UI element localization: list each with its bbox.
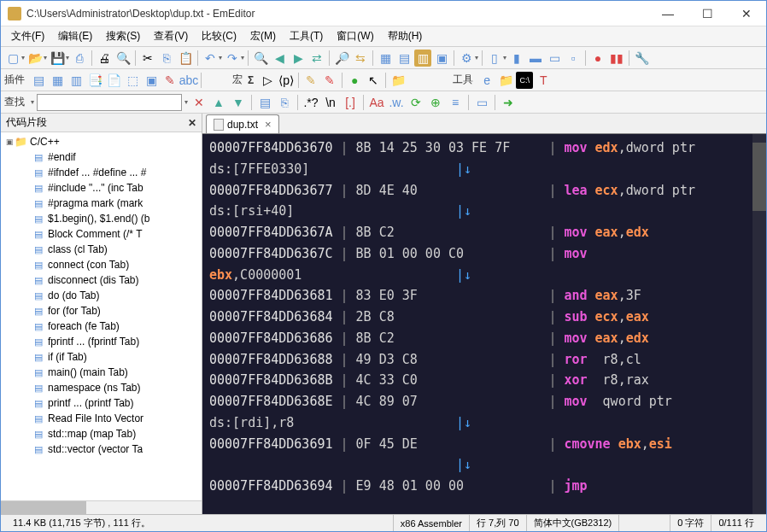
tree-folder[interactable]: ▣ 📁C/C++ [1, 134, 202, 149]
find-case-icon[interactable]: Aa [368, 94, 385, 111]
view-mode-1-icon[interactable]: ▦ [377, 50, 394, 67]
find-input[interactable] [37, 94, 182, 111]
replace-icon[interactable]: ⇄ [308, 50, 325, 67]
tab-dup-txt[interactable]: dup.txt × [206, 114, 279, 133]
column-1-icon[interactable]: ▯ [486, 50, 503, 67]
redo-icon[interactable]: ↷ [224, 50, 241, 67]
code-editor[interactable]: 00007FF84DD63670 | 8B 14 25 30 03 FE 7F … [202, 134, 766, 514]
find-next-icon[interactable]: ▶ [290, 50, 307, 67]
config-icon[interactable]: ⚙ [458, 50, 475, 67]
macro-target-icon[interactable]: ⟨p⟩ [278, 72, 295, 89]
editor-vscroll[interactable] [752, 134, 766, 514]
find-incr-icon[interactable]: ⟳ [407, 94, 424, 111]
stop-icon[interactable]: ▮▮ [608, 50, 625, 67]
sidebar-close-icon[interactable]: ✕ [188, 117, 196, 129]
menu-item[interactable]: 宏(M) [243, 26, 283, 46]
ie-icon[interactable]: e [478, 72, 495, 89]
replace-in-files-icon[interactable]: ⇆ [352, 50, 369, 67]
plugin-3-icon[interactable]: ▥ [67, 72, 85, 89]
save-all-icon[interactable]: ⎙ [71, 50, 88, 67]
minimize-button[interactable]: — [648, 1, 688, 26]
tree-snippet[interactable]: ▤#include "..." (inc Tab [1, 180, 202, 196]
find-hl-icon[interactable]: ▭ [473, 94, 490, 111]
find-bracket-icon[interactable]: [.] [342, 94, 359, 111]
column-4-icon[interactable]: ▭ [546, 50, 563, 67]
find-close-icon[interactable]: ✕ [190, 94, 208, 111]
find-icon[interactable]: 🔍 [252, 50, 269, 67]
tool-t-icon[interactable]: T [535, 72, 552, 89]
tree-snippet[interactable]: ▤do (do Tab) [1, 288, 202, 303]
tree-snippet[interactable]: ▤connect (con Tab) [1, 257, 202, 272]
print-preview-icon[interactable]: 🔍 [114, 50, 132, 67]
sidebar-hscroll[interactable] [1, 500, 202, 514]
tree-snippet[interactable]: ▤$1.begin(), $1.end() (b [1, 211, 202, 226]
plugin-4-icon[interactable]: 📑 [86, 72, 103, 89]
plugin-5-icon[interactable]: 📄 [105, 72, 122, 89]
find-doc-icon[interactable]: ▤ [256, 94, 273, 111]
find-all-icon[interactable]: ⎘ [276, 94, 293, 111]
cmd-icon[interactable]: C:\ [516, 72, 533, 89]
wrench-icon[interactable]: 🔧 [633, 50, 650, 67]
tree-snippet[interactable]: ▤#ifndef ... #define ... # [1, 165, 202, 180]
record-icon[interactable]: ● [589, 50, 606, 67]
tree-snippet[interactable]: ▤std::vector (vector Ta [1, 441, 202, 457]
macro-play-icon[interactable]: ▷ [259, 72, 276, 89]
plugin-6-icon[interactable]: ⬚ [124, 72, 141, 89]
tree-snippet[interactable]: ▤Block Comment (/* T [1, 226, 202, 242]
plugin-8-icon[interactable]: ✎ [161, 72, 179, 89]
plugin-7-icon[interactable]: ▣ [143, 72, 160, 89]
tree-snippet[interactable]: ▤disconnect (dis Tab) [1, 272, 202, 288]
menu-item[interactable]: 文件(F) [4, 26, 51, 46]
view-mode-3-icon[interactable]: ▥ [414, 50, 431, 67]
menu-item[interactable]: 帮助(H) [381, 26, 430, 46]
column-3-icon[interactable]: ▬ [527, 50, 544, 67]
plugin-1-icon[interactable]: ▤ [30, 72, 47, 89]
menu-item[interactable]: 窗口(W) [330, 26, 380, 46]
column-5-icon[interactable]: ▫ [565, 50, 582, 67]
menu-item[interactable]: 查看(V) [147, 26, 195, 46]
tab-close-icon[interactable]: × [265, 118, 272, 131]
macro-debug-icon[interactable]: ✎ [321, 72, 338, 89]
close-button[interactable]: ✕ [727, 1, 766, 26]
pointer-icon[interactable]: ↖ [365, 72, 382, 89]
find-prev-icon[interactable]: ◀ [271, 50, 288, 67]
tree-snippet[interactable]: ▤std::map (map Tab) [1, 426, 202, 441]
find-in-files-icon[interactable]: 🔎 [333, 50, 350, 67]
menu-item[interactable]: 编辑(E) [51, 26, 99, 46]
explorer-icon[interactable]: 📁 [497, 72, 514, 89]
cut-icon[interactable]: ✂ [139, 50, 156, 67]
menu-item[interactable]: 工具(T) [283, 26, 330, 46]
tree-snippet[interactable]: ▤namespace (ns Tab) [1, 380, 202, 395]
new-file-icon[interactable]: ▢ [4, 50, 21, 67]
print-icon[interactable]: 🖨 [96, 50, 113, 67]
find-wrap-icon[interactable]: ⊕ [427, 94, 444, 111]
find-down-icon[interactable]: ▼ [230, 94, 247, 111]
undo-icon[interactable]: ↶ [202, 50, 219, 67]
tree-snippet[interactable]: ▤main() (main Tab) [1, 365, 202, 380]
macro-edit-icon[interactable]: ✎ [302, 72, 319, 89]
find-escape-icon[interactable]: \n [322, 94, 339, 111]
tree-snippet[interactable]: ▤foreach (fe Tab) [1, 319, 202, 334]
paste-icon[interactable]: 📋 [177, 50, 194, 67]
go-icon[interactable]: ● [346, 72, 363, 89]
find-go-icon[interactable]: ➜ [500, 94, 517, 111]
plugin-2-icon[interactable]: ▦ [49, 72, 66, 89]
find-regex-icon[interactable]: .*? [302, 94, 319, 111]
view-mode-2-icon[interactable]: ▤ [395, 50, 413, 67]
tree-snippet[interactable]: ▤if (if Tab) [1, 349, 202, 365]
open-file-icon[interactable]: 📂 [26, 50, 44, 67]
find-up-icon[interactable]: ▲ [210, 94, 227, 111]
tree-snippet[interactable]: ▤#endif [1, 149, 202, 165]
folder-icon[interactable]: 📁 [389, 72, 407, 89]
view-mode-4-icon[interactable]: ▣ [433, 50, 450, 67]
menu-item[interactable]: 比较(C) [195, 26, 243, 46]
column-2-icon[interactable]: ▮ [508, 50, 525, 67]
tree-snippet[interactable]: ▤for (for Tab) [1, 303, 202, 319]
maximize-button[interactable]: ☐ [688, 1, 727, 26]
tree-snippet[interactable]: ▤#pragma mark (mark [1, 196, 202, 211]
menu-item[interactable]: 搜索(S) [99, 26, 147, 46]
tree-snippet[interactable]: ▤fprintf ... (fprintf Tab) [1, 334, 202, 349]
plugin-9-icon[interactable]: abc [180, 72, 197, 89]
tree-snippet[interactable]: ▤Read File Into Vector [1, 411, 202, 426]
tree-snippet[interactable]: ▤class (cl Tab) [1, 242, 202, 257]
